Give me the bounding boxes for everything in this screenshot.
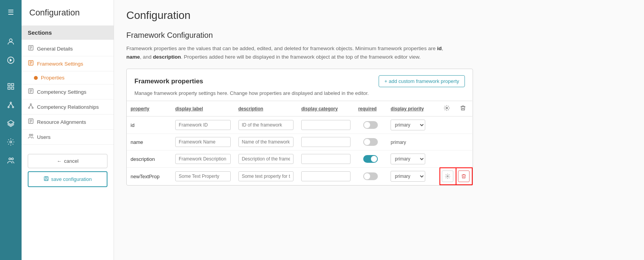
gear-cell [440, 134, 456, 150]
table-row: name [127, 134, 472, 150]
fw-box-header: Framework properties + add custom framew… [127, 69, 473, 90]
display-label-cell [171, 168, 235, 185]
description-cell [235, 150, 298, 168]
properties-dot-icon [34, 76, 38, 80]
save-configuration-button[interactable]: save configuration [28, 171, 107, 187]
col-header-trash [456, 101, 472, 116]
forward-icon[interactable] [3, 52, 18, 68]
svg-rect-39 [45, 177, 47, 178]
display-label-input[interactable] [175, 137, 231, 147]
description-input[interactable] [238, 137, 294, 147]
svg-point-27 [30, 104, 31, 105]
sidebar-item-label: Framework Settings [37, 61, 83, 67]
framework-settings-icon [28, 60, 34, 68]
display-category-input[interactable] [301, 137, 351, 147]
trash-cell [456, 116, 472, 134]
display-label-input[interactable] [175, 171, 231, 181]
display-category-cell [297, 116, 354, 134]
arrow-left-icon: ← [57, 158, 62, 164]
sidebar-item-label: Resource Alignments [37, 119, 86, 125]
list-icon[interactable] [3, 79, 18, 94]
table-row: description [127, 150, 472, 168]
description-cell [235, 134, 298, 150]
display-label-input[interactable] [175, 154, 231, 164]
svg-point-12 [10, 141, 12, 143]
svg-line-9 [8, 103, 11, 106]
priority-select[interactable]: primary secondary [391, 120, 425, 130]
display-category-input[interactable] [301, 120, 351, 130]
sidebar-item-resource-alignments[interactable]: Resource Alignments [22, 115, 114, 130]
competency-relationships-icon [28, 103, 34, 111]
gear-nav-icon[interactable] [3, 134, 18, 150]
sidebar: Configuration Sections General Details F… [22, 0, 114, 260]
sidebar-item-label: General Details [37, 46, 73, 52]
required-toggle[interactable] [363, 138, 378, 146]
display-category-input[interactable] [301, 171, 351, 181]
priority-text: primary [391, 140, 406, 145]
display-label-cell [171, 134, 235, 150]
cancel-button[interactable]: ← cancel [28, 154, 107, 168]
description-input[interactable] [238, 154, 294, 164]
property-name: newTextProp [127, 168, 171, 185]
general-details-icon [28, 45, 34, 52]
required-toggle[interactable] [363, 172, 378, 180]
col-header-display-label: display label [171, 101, 235, 116]
main-content: Configuration Framework Configuration Fr… [114, 0, 644, 260]
table-row: newTextProp [127, 168, 472, 185]
svg-point-42 [447, 176, 448, 177]
framework-properties-box: Framework properties + add custom framew… [126, 69, 473, 186]
sidebar-item-properties[interactable]: Properties [22, 71, 114, 84]
svg-point-6 [10, 102, 11, 103]
svg-point-37 [31, 134, 33, 136]
gear-cell [440, 116, 456, 134]
gear-action-button[interactable] [442, 171, 453, 182]
section-description: Framework properties are the values that… [126, 44, 458, 61]
svg-line-31 [31, 105, 33, 107]
fw-box-subtitle: Manage framework property settings here.… [127, 90, 473, 101]
required-cell [354, 116, 387, 134]
svg-point-7 [8, 106, 9, 108]
priority-select[interactable]: primary secondary [391, 154, 425, 164]
network-icon[interactable] [3, 97, 18, 113]
col-header-property: property [127, 101, 171, 116]
trash-cell [456, 134, 472, 150]
priority-select[interactable]: primary secondary [391, 171, 425, 182]
table-row: id [127, 116, 472, 134]
resource-alignments-icon [28, 118, 34, 126]
menu-icon[interactable]: ☰ [3, 5, 18, 20]
display-label-cell [171, 116, 235, 134]
sidebar-buttons: ← cancel save configuration [22, 148, 114, 193]
trash-cell [456, 150, 472, 168]
trash-action-cell [456, 168, 472, 185]
display-category-cell [297, 134, 354, 150]
svg-line-30 [29, 105, 31, 107]
svg-rect-2 [8, 84, 10, 86]
description-input[interactable] [238, 171, 294, 181]
people-nav-icon[interactable] [3, 153, 18, 168]
priority-cell: primary [387, 134, 439, 150]
required-toggle[interactable] [363, 155, 378, 163]
delete-action-button[interactable] [458, 171, 470, 182]
svg-point-29 [32, 107, 33, 108]
sidebar-item-users[interactable]: Users [22, 130, 114, 145]
svg-rect-40 [45, 179, 47, 181]
display-label-input[interactable] [175, 120, 231, 130]
display-category-input[interactable] [301, 154, 351, 164]
required-toggle[interactable] [363, 121, 378, 129]
save-icon [44, 176, 49, 182]
display-label-cell [171, 150, 235, 168]
col-header-display-priority: display priority [387, 101, 439, 116]
sidebar-item-framework-settings[interactable]: Framework Settings [22, 56, 114, 71]
description-input[interactable] [238, 120, 294, 130]
svg-point-41 [446, 107, 448, 109]
user-icon[interactable] [3, 34, 18, 49]
description-cell [235, 168, 298, 185]
add-custom-framework-property-button[interactable]: + add custom framework property [379, 75, 465, 87]
sidebar-item-competency-relationships[interactable]: Competency Relationships [22, 100, 114, 115]
sidebar-item-competency-settings[interactable]: Competency Settings [22, 84, 114, 100]
layers-icon[interactable] [3, 116, 18, 131]
sidebar-item-label: Competency Relationships [37, 104, 99, 110]
svg-point-28 [29, 107, 30, 108]
svg-point-36 [29, 134, 31, 136]
sidebar-item-general-details[interactable]: General Details [22, 41, 114, 56]
